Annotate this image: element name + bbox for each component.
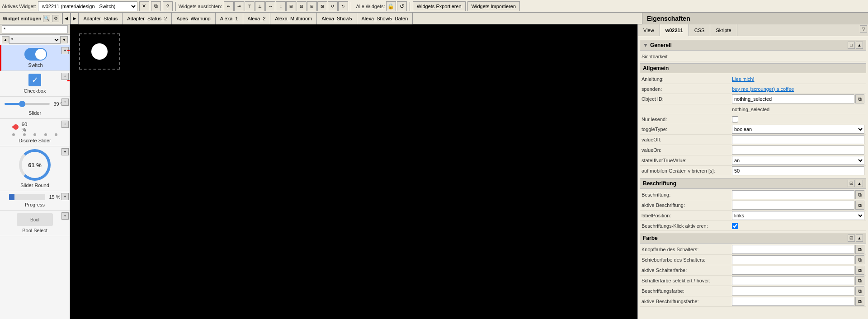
align-bottom-btn[interactable]: ⊥ bbox=[255, 1, 265, 11]
checkbox-action-1[interactable]: + bbox=[61, 73, 69, 80]
progress-action-1[interactable]: + bbox=[61, 193, 69, 200]
aktive-schalterfarbe-input[interactable] bbox=[732, 266, 854, 275]
widget-info-btn[interactable]: ? bbox=[163, 1, 173, 11]
bool-select-action-1[interactable]: + bbox=[61, 212, 69, 220]
widget-scroll-up-btn[interactable]: ▲ bbox=[2, 36, 9, 43]
aktive-schalterfarbe-copy-btn[interactable]: ⧉ bbox=[855, 266, 864, 275]
widget-search-input[interactable] bbox=[2, 25, 68, 33]
tab-nav-left-btn[interactable]: ◀ bbox=[62, 13, 71, 24]
beschriftung-expand-btn[interactable]: ☑ bbox=[848, 180, 855, 187]
tab-ages-warnung[interactable]: Ages_Warnung bbox=[172, 13, 215, 24]
canvas-area[interactable] bbox=[70, 24, 637, 319]
slider-track bbox=[5, 103, 50, 105]
section-farbe[interactable]: Farbe ☑ ▲ bbox=[640, 233, 866, 244]
farbe-expand-btn[interactable]: ☑ bbox=[848, 235, 855, 242]
align-left-btn[interactable]: ⇤ bbox=[224, 1, 234, 11]
eigen-panel-expand-btn[interactable]: ▽ bbox=[860, 25, 867, 33]
schalterfarbe-input[interactable] bbox=[732, 276, 854, 285]
prop-beschriftung: Beschriftung: ⧉ bbox=[640, 190, 866, 200]
spenden-link[interactable]: buy me (scrounger) a coffee bbox=[732, 86, 794, 92]
eigen-tab-css[interactable]: CSS bbox=[689, 24, 711, 36]
switch-action-1[interactable]: + bbox=[61, 47, 69, 54]
canvas-widget-box[interactable] bbox=[79, 33, 120, 70]
eigen-tab-view[interactable]: View bbox=[638, 24, 660, 36]
aktive-beschriftungsfarbe-copy-btn[interactable]: ⧉ bbox=[855, 297, 864, 306]
tab-alexa-multiroom[interactable]: Alexa_Multiroom bbox=[270, 13, 317, 24]
lock-btn[interactable]: 🔒 bbox=[386, 1, 396, 11]
import-btn[interactable]: Widgets Importieren bbox=[467, 1, 520, 11]
beschriftungsfarbe-value: ⧉ bbox=[732, 286, 864, 296]
eigen-tab-skripte[interactable]: Skripte bbox=[710, 24, 737, 36]
widget-einfugen-settings-btn[interactable]: ⚙ bbox=[52, 15, 59, 22]
same-width-btn[interactable]: ⊟ bbox=[307, 1, 317, 11]
tab-alexa-1[interactable]: Alexa_1 bbox=[216, 13, 243, 24]
generell-expand-btn[interactable]: □ bbox=[848, 42, 855, 49]
slider-action-1[interactable]: + bbox=[61, 99, 69, 106]
bool-select-placeholder: Bool bbox=[30, 217, 39, 222]
widget-item-discrete-slider[interactable]: 60 % Discrete Slider + bbox=[0, 119, 70, 146]
tab-alexa-show5[interactable]: Alexa_Show5 bbox=[317, 13, 357, 24]
rotate-cw-btn[interactable]: ↻ bbox=[338, 1, 348, 11]
aktive-beschriftung-input[interactable] bbox=[732, 201, 854, 210]
align-hcenter-btn[interactable]: ↔ bbox=[265, 1, 275, 11]
value-off-input[interactable] bbox=[732, 135, 864, 144]
widget-item-bool-select[interactable]: Bool Bool Select + bbox=[0, 211, 70, 236]
widget-item-switch[interactable]: Switch + bbox=[0, 45, 70, 71]
widget-filter-select[interactable]: * bbox=[9, 36, 61, 44]
object-id-copy-btn[interactable]: ⧉ bbox=[855, 94, 864, 103]
distribute-h-btn[interactable]: ⊞ bbox=[286, 1, 296, 11]
tab-adapter-status[interactable]: Adapter_Status bbox=[79, 13, 123, 24]
beschriftungs-klick-checkbox[interactable] bbox=[732, 223, 738, 229]
section-allgemein[interactable]: Allgemein bbox=[640, 63, 866, 73]
rotate-ccw-btn[interactable]: ↺ bbox=[328, 1, 338, 11]
value-on-input[interactable] bbox=[732, 145, 864, 155]
distribute-v-btn[interactable]: ⊡ bbox=[297, 1, 307, 11]
tab-nav-right-btn[interactable]: ▶ bbox=[71, 13, 79, 24]
state-if-not-true-select[interactable]: an bbox=[732, 156, 864, 165]
object-id-input[interactable] bbox=[732, 94, 854, 103]
aktive-beschriftungsfarbe-input[interactable] bbox=[732, 297, 854, 306]
schieberfarbe-copy-btn[interactable]: ⧉ bbox=[855, 255, 864, 264]
farbe-collapse-btn[interactable]: ▲ bbox=[856, 235, 863, 242]
schieberfarbe-input[interactable] bbox=[732, 255, 854, 264]
widget-scroll-down-btn[interactable]: ▼ bbox=[61, 36, 68, 43]
aktive-beschriftung-copy-btn[interactable]: ⧉ bbox=[855, 201, 864, 210]
tab-alexa-2[interactable]: Alexa_2 bbox=[243, 13, 271, 24]
section-beschriftung[interactable]: Beschriftung ☑ ▲ bbox=[640, 178, 866, 189]
knopffarbe-copy-btn[interactable]: ⧉ bbox=[855, 245, 864, 254]
widget-item-slider[interactable]: 39 % Slider + bbox=[0, 97, 70, 119]
generell-collapse-btn[interactable]: ▲ bbox=[856, 42, 863, 49]
label-position-select[interactable]: links bbox=[732, 211, 864, 220]
refresh-btn[interactable]: ↺ bbox=[397, 1, 407, 11]
beschriftung-collapse-btn[interactable]: ▲ bbox=[856, 180, 863, 187]
eigen-tab-w02211[interactable]: w02211 bbox=[660, 24, 689, 36]
widget-item-progress[interactable]: 15 % Progress + bbox=[0, 191, 70, 211]
widget-selector[interactable]: w02211 (materialdesign - Switch) bbox=[38, 1, 137, 11]
section-generell[interactable]: ▼ Generell □ ▲ bbox=[640, 40, 866, 51]
discrete-slider-action-1[interactable]: + bbox=[61, 121, 69, 128]
widget-copy-btn[interactable]: ⧉ bbox=[151, 1, 161, 11]
beschriftungsfarbe-input[interactable] bbox=[732, 286, 854, 296]
toggle-type-select[interactable]: boolean bbox=[732, 125, 864, 134]
export-btn[interactable]: Widgets Exportieren bbox=[413, 1, 466, 11]
nur-lesend-checkbox[interactable] bbox=[732, 116, 738, 122]
same-height-btn[interactable]: ⊠ bbox=[317, 1, 327, 11]
schalterfarbe-copy-btn[interactable]: ⧉ bbox=[855, 276, 864, 285]
bool-select-visual: Bool bbox=[17, 213, 53, 226]
tab-alexa-show5-daten[interactable]: Alexa_Show5_Daten bbox=[357, 13, 413, 24]
align-top-btn[interactable]: ⊤ bbox=[245, 1, 255, 11]
slider-round-action-1[interactable]: + bbox=[61, 148, 69, 155]
beschriftung-copy-btn[interactable]: ⧉ bbox=[855, 190, 864, 199]
widget-item-slider-round[interactable]: 61 % Slider Round + bbox=[0, 146, 70, 191]
vibri-input[interactable] bbox=[732, 166, 864, 175]
align-right-btn[interactable]: ⇥ bbox=[234, 1, 244, 11]
knopffarbe-input[interactable] bbox=[732, 245, 854, 254]
widget-einfugen-search-btn[interactable]: 🔍 bbox=[43, 15, 50, 22]
widget-item-checkbox[interactable]: ✓ Checkbox + bbox=[0, 71, 70, 97]
widget-delete-btn[interactable]: ✕ bbox=[139, 1, 149, 11]
anleitung-link[interactable]: Lies mich! bbox=[732, 76, 755, 82]
align-vcenter-btn[interactable]: ↕ bbox=[276, 1, 286, 11]
beschriftung-input[interactable] bbox=[732, 190, 854, 199]
beschriftungsfarbe-copy-btn[interactable]: ⧉ bbox=[855, 286, 864, 296]
tab-adapter-status-2[interactable]: Adapter_Status_2 bbox=[123, 13, 172, 24]
